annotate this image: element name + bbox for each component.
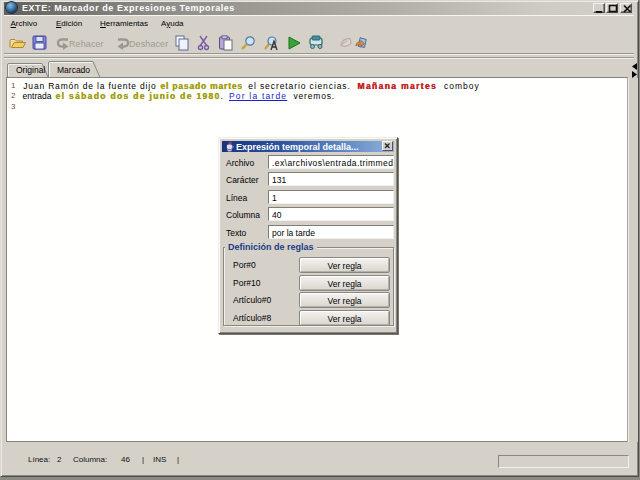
svg-text:Original: Original — [16, 65, 45, 75]
svg-text:Marcado: Marcado — [57, 65, 90, 75]
